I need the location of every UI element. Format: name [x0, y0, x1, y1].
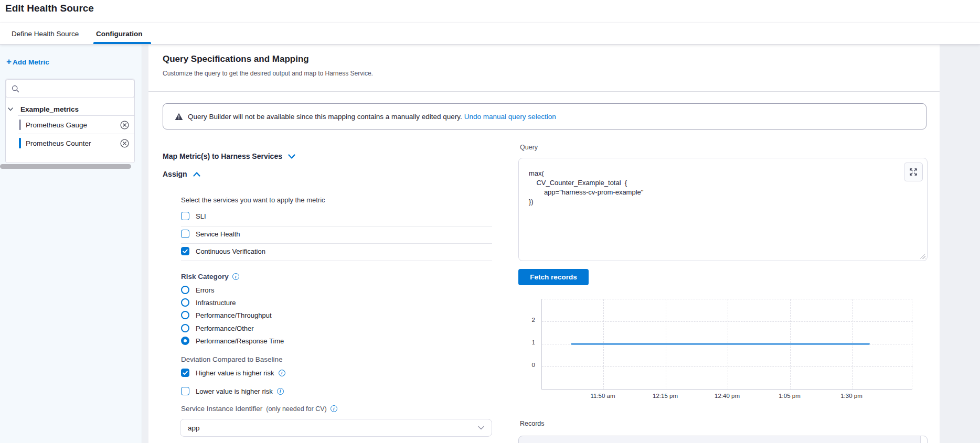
chevron-up-icon: [193, 171, 201, 178]
check-icon: [182, 370, 188, 376]
radio-label: Performance/Other: [196, 325, 254, 332]
radio-label: Performance/Throughput: [196, 311, 272, 319]
metric-search: [6, 79, 134, 98]
query-editor[interactable]: max( CV_Counter_Example_total { app="har…: [518, 158, 928, 261]
metric-item-prometheus-counter[interactable]: Prometheus Counter: [6, 134, 135, 152]
info-icon[interactable]: i: [232, 273, 239, 280]
continuous-verification-checkbox[interactable]: [181, 247, 189, 255]
performance-response-time-radio[interactable]: [181, 337, 189, 345]
info-icon[interactable]: i: [279, 370, 285, 376]
info-icon[interactable]: i: [331, 405, 337, 412]
service-instance-dropdown[interactable]: app: [180, 419, 492, 437]
plus-icon: +: [6, 58, 12, 66]
checkbox-row-service-health[interactable]: Service Health: [181, 230, 240, 238]
add-metric-button[interactable]: + Add Metric: [6, 58, 49, 66]
divider: [181, 243, 492, 244]
checkbox-row-continuous-verification[interactable]: Continuous Verification: [181, 247, 265, 255]
chevron-down-icon: [7, 105, 14, 113]
sii-text: Service Instance Identifier: [181, 405, 262, 413]
tab-bar: Define Health Source Configuration: [0, 23, 980, 45]
checkbox-label: SLI: [196, 212, 206, 220]
gridline: [542, 366, 913, 367]
higher-value-checkbox[interactable]: [181, 369, 189, 377]
radio-row-performance-throughput[interactable]: Performance/Throughput: [181, 311, 272, 319]
dropdown-value: app: [188, 424, 200, 432]
metric-series-line: [571, 343, 870, 345]
map-metric-header-label: Map Metric(s) to Harness Services: [163, 152, 282, 160]
infrastructure-radio[interactable]: [181, 298, 189, 307]
undo-query-selection-link[interactable]: Undo manual query selection: [464, 113, 556, 121]
sidebar-horizontal-scrollbar[interactable]: [0, 164, 131, 169]
selection-bar: [19, 138, 21, 148]
chevron-down-icon: [287, 153, 296, 160]
service-instance-identifier-label: Service Instance Identifier (only needed…: [181, 405, 337, 413]
errors-radio[interactable]: [181, 286, 189, 294]
records-label: Records: [520, 420, 545, 427]
warning-icon: [175, 113, 183, 121]
lower-value-checkbox[interactable]: [181, 387, 189, 395]
sii-suffix: (only needed for CV): [266, 405, 326, 413]
records-panel: [518, 436, 928, 443]
remove-metric-icon[interactable]: [120, 120, 129, 129]
expand-icon: [909, 168, 918, 176]
x-axis-tick: 11:50 am: [582, 393, 624, 399]
performance-other-radio[interactable]: [181, 324, 189, 332]
tab-configuration[interactable]: Configuration: [96, 23, 142, 45]
assign-section-header[interactable]: Assign: [163, 170, 201, 178]
info-icon[interactable]: i: [277, 388, 284, 395]
fetch-records-button[interactable]: Fetch records: [518, 269, 589, 285]
x-axis-tick: 1:30 pm: [830, 393, 872, 399]
add-metric-label: Add Metric: [13, 58, 49, 66]
metric-item-label: Prometheus Gauge: [26, 121, 120, 129]
records-scrollbar[interactable]: [920, 436, 927, 443]
warning-text: Query Builder will not be available sinc…: [188, 113, 462, 121]
active-tab-indicator: [93, 42, 151, 44]
x-axis-tick: 12:40 pm: [706, 393, 748, 399]
checkbox-label: Higher value is higher risk: [196, 369, 274, 377]
x-axis-tick: 12:15 pm: [644, 393, 686, 399]
page-title: Edit Health Source: [5, 3, 94, 14]
divider: [148, 91, 940, 92]
metric-item-prometheus-gauge[interactable]: Prometheus Gauge: [6, 116, 135, 134]
services-select-label: Select the services you want to apply th…: [181, 196, 325, 204]
radio-label: Infrastructure: [196, 299, 236, 307]
metric-search-input[interactable]: [24, 81, 134, 96]
metric-group-label: Example_metrics: [20, 105, 79, 113]
metric-item-label: Prometheus Counter: [26, 139, 120, 147]
checkbox-row-higher-value[interactable]: Higher value is higher risk i: [181, 369, 285, 377]
query-resize-handle[interactable]: [919, 252, 925, 259]
divider: [181, 226, 492, 226]
check-icon: [182, 248, 188, 254]
map-metric-section-header[interactable]: Map Metric(s) to Harness Services: [163, 152, 296, 160]
service-health-checkbox[interactable]: [181, 230, 189, 238]
metric-list-card: Example_metrics Prometheus Gauge Prometh…: [5, 79, 135, 163]
checkbox-label: Continuous Verification: [196, 247, 265, 255]
main-panel: Query Specifications and Mapping Customi…: [148, 45, 940, 443]
deviation-text: Deviation Compared to Baseline: [181, 355, 283, 363]
performance-throughput-radio[interactable]: [181, 311, 189, 319]
x-axis-tick: 1:05 pm: [769, 393, 811, 399]
tab-define-health-source[interactable]: Define Health Source: [12, 23, 79, 45]
remove-metric-icon[interactable]: [120, 138, 129, 148]
gridline: [542, 321, 913, 322]
sli-checkbox[interactable]: [181, 212, 189, 220]
checkbox-row-sli[interactable]: SLI: [181, 212, 206, 220]
radio-row-infrastructure[interactable]: Infrastructure: [181, 298, 236, 307]
metrics-sidebar: + Add Metric Example_metrics Prometh: [0, 45, 142, 443]
risk-category-text: Risk Category: [181, 273, 229, 280]
query-label: Query: [520, 144, 538, 151]
chevron-down-icon: [478, 426, 484, 430]
metric-group-row[interactable]: Example_metrics: [7, 102, 134, 116]
radio-label: Errors: [196, 286, 214, 294]
query-builder-warning: Query Builder will not be available sinc…: [163, 103, 926, 129]
checkbox-row-lower-value[interactable]: Lower value is higher risk i: [181, 387, 284, 395]
radio-row-errors[interactable]: Errors: [181, 286, 214, 294]
selection-bar: [19, 120, 21, 130]
chart-plot-area: [541, 299, 912, 390]
y-axis-tick: 2: [519, 317, 535, 323]
y-axis-tick: 1: [519, 339, 535, 345]
y-axis-tick: 0: [519, 362, 535, 368]
radio-row-performance-other[interactable]: Performance/Other: [181, 324, 254, 332]
expand-query-button[interactable]: [904, 163, 923, 181]
radio-row-performance-response-time[interactable]: Performance/Response Time: [181, 337, 284, 345]
